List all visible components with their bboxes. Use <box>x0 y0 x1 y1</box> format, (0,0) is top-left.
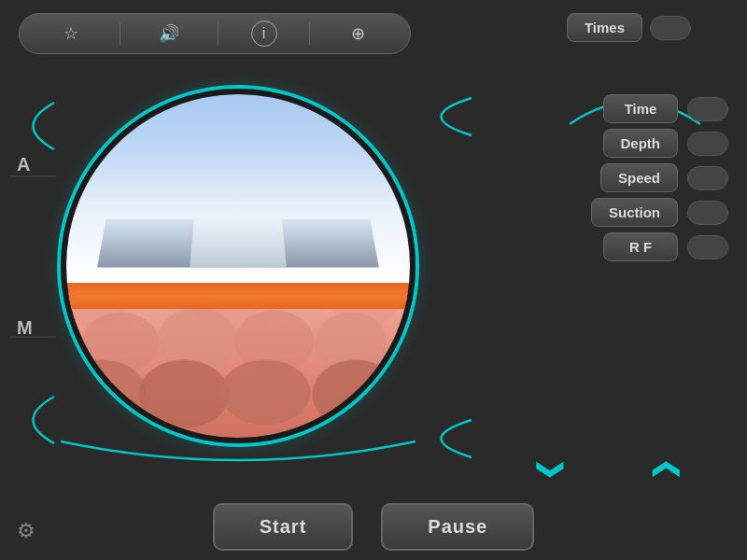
rf-toggle[interactable] <box>687 235 728 259</box>
param-row-rf: R F <box>486 232 728 261</box>
label-a: A <box>17 154 30 175</box>
star-icon[interactable]: ☆ <box>54 17 88 50</box>
svg-point-10 <box>138 360 229 428</box>
speed-toggle[interactable] <box>687 166 728 190</box>
time-toggle[interactable] <box>687 97 728 121</box>
start-button[interactable]: Start <box>213 503 354 551</box>
toolbar-divider-2 <box>218 22 218 45</box>
time-button[interactable]: Time <box>603 94 678 123</box>
left-line-top <box>9 175 56 177</box>
volume-icon[interactable]: 🔊 <box>152 17 186 50</box>
nav-up-arrow[interactable]: ❯ <box>648 459 679 481</box>
suction-button[interactable]: Suction <box>591 198 678 227</box>
viewport-skin <box>66 293 410 438</box>
param-row-depth: Depth <box>486 129 728 158</box>
add-circle-icon[interactable]: ⊕ <box>342 17 375 50</box>
param-row-time: Time <box>486 94 728 123</box>
nav-down-arrow[interactable]: ❯ <box>536 459 567 481</box>
suction-toggle[interactable] <box>687 201 728 225</box>
nav-arrows: ❯ ❯ <box>495 455 719 485</box>
param-row-suction: Suction <box>486 198 728 227</box>
param-row-speed: Speed <box>486 163 728 192</box>
depth-toggle[interactable] <box>687 132 728 156</box>
bottom-bar: Start Pause <box>0 503 747 551</box>
bottom-arc-circle <box>61 437 416 474</box>
times-section: Times <box>567 13 691 42</box>
svg-point-11 <box>220 360 311 426</box>
left-curve-top-icon[interactable] <box>7 98 59 154</box>
speed-button[interactable]: Speed <box>600 163 678 192</box>
main-viewport <box>61 89 416 443</box>
info-icon[interactable]: i <box>251 21 277 47</box>
pause-button[interactable]: Pause <box>381 503 534 551</box>
toolbar: ☆ 🔊 i ⊕ <box>19 13 411 54</box>
right-arc-top-icon[interactable] <box>402 93 476 140</box>
toolbar-divider-1 <box>120 22 120 45</box>
skin-waves-svg <box>66 293 410 438</box>
right-panel: Time Depth Speed Suction R F <box>486 70 728 261</box>
depth-button[interactable]: Depth <box>603 129 679 158</box>
rf-button[interactable]: R F <box>603 232 678 261</box>
times-button[interactable]: Times <box>567 13 642 42</box>
probe-svg <box>97 217 379 273</box>
left-curve-bottom-icon[interactable] <box>7 392 59 448</box>
viewport-orange-band <box>66 283 410 309</box>
toolbar-divider-3 <box>309 22 310 45</box>
times-toggle[interactable] <box>650 16 691 40</box>
left-line-bottom <box>9 336 56 338</box>
svg-point-12 <box>312 360 399 428</box>
